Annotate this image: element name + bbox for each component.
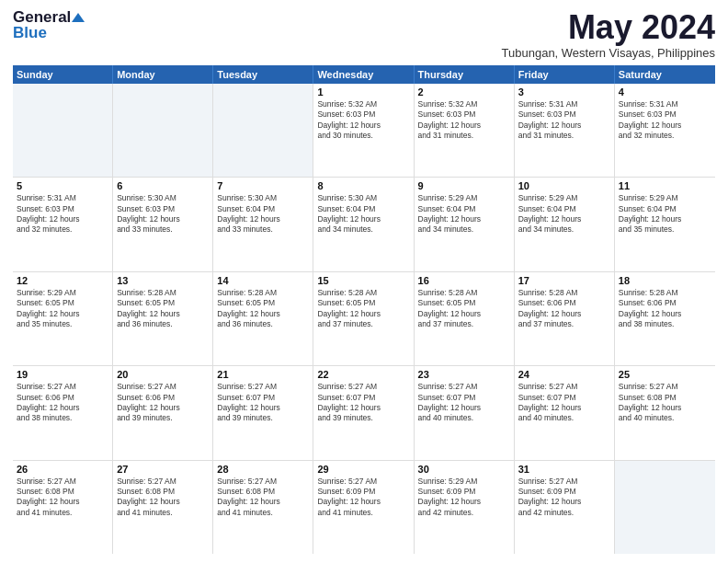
day-info: Sunrise: 5:27 AMSunset: 6:06 PMDaylight:… [117, 382, 209, 424]
day-info: Sunrise: 5:27 AMSunset: 6:07 PMDaylight:… [418, 382, 510, 424]
calendar-cell: 2Sunrise: 5:32 AMSunset: 6:03 PMDaylight… [415, 84, 515, 177]
day-number: 30 [418, 464, 510, 475]
header: General Blue May 2024 Tubungan, Western … [13, 9, 715, 60]
day-number: 7 [217, 180, 309, 191]
calendar-cell: 24Sunrise: 5:27 AMSunset: 6:07 PMDayligh… [515, 366, 615, 459]
calendar-cell: 15Sunrise: 5:28 AMSunset: 6:05 PMDayligh… [313, 272, 414, 365]
calendar-cell: 27Sunrise: 5:27 AMSunset: 6:08 PMDayligh… [113, 461, 213, 554]
day-number: 25 [619, 369, 711, 380]
calendar-cell: 7Sunrise: 5:30 AMSunset: 6:04 PMDaylight… [213, 178, 313, 270]
day-number: 14 [217, 275, 309, 286]
logo-blue: Blue [13, 25, 47, 40]
calendar-cell: 30Sunrise: 5:29 AMSunset: 6:09 PMDayligh… [415, 461, 515, 554]
calendar-cell: 23Sunrise: 5:27 AMSunset: 6:07 PMDayligh… [415, 366, 515, 459]
day-number: 4 [619, 86, 711, 98]
day-number: 3 [518, 86, 610, 98]
calendar-cell: 17Sunrise: 5:28 AMSunset: 6:06 PMDayligh… [515, 272, 615, 365]
calendar-cell: 13Sunrise: 5:28 AMSunset: 6:05 PMDayligh… [113, 272, 213, 365]
day-number: 16 [418, 275, 510, 286]
day-number: 8 [317, 180, 409, 191]
day-info: Sunrise: 5:31 AMSunset: 6:03 PMDaylight:… [619, 99, 711, 142]
calendar-header: SundayMondayTuesdayWednesdayThursdayFrid… [13, 65, 715, 84]
day-number: 27 [117, 464, 209, 475]
day-number: 26 [17, 464, 108, 475]
calendar-cell: 18Sunrise: 5:28 AMSunset: 6:06 PMDayligh… [615, 272, 715, 365]
day-info: Sunrise: 5:28 AMSunset: 6:06 PMDaylight:… [619, 288, 711, 330]
calendar-cell: 11Sunrise: 5:29 AMSunset: 6:04 PMDayligh… [615, 178, 715, 270]
day-number: 6 [117, 180, 209, 191]
day-info: Sunrise: 5:27 AMSunset: 6:07 PMDaylight:… [518, 382, 610, 424]
calendar-cell: 28Sunrise: 5:27 AMSunset: 6:08 PMDayligh… [213, 461, 313, 554]
day-info: Sunrise: 5:32 AMSunset: 6:03 PMDaylight:… [418, 99, 510, 142]
day-number: 23 [418, 369, 510, 380]
header-day-monday: Monday [113, 65, 213, 84]
day-number: 28 [217, 464, 309, 475]
calendar-cell: 12Sunrise: 5:29 AMSunset: 6:05 PMDayligh… [13, 272, 113, 365]
day-number: 31 [518, 464, 610, 475]
title-block: May 2024 Tubungan, Western Visayas, Phil… [502, 9, 715, 60]
calendar-cell: 14Sunrise: 5:28 AMSunset: 6:05 PMDayligh… [213, 272, 313, 365]
calendar-row-3: 12Sunrise: 5:29 AMSunset: 6:05 PMDayligh… [13, 272, 715, 366]
day-info: Sunrise: 5:27 AMSunset: 6:09 PMDaylight:… [518, 477, 610, 519]
calendar-cell [615, 461, 715, 554]
calendar-cell: 8Sunrise: 5:30 AMSunset: 6:04 PMDaylight… [313, 178, 414, 270]
header-day-saturday: Saturday [615, 65, 715, 84]
calendar-cell: 6Sunrise: 5:30 AMSunset: 6:03 PMDaylight… [113, 178, 213, 270]
calendar-cell [113, 84, 213, 177]
day-number: 24 [518, 369, 610, 380]
header-day-thursday: Thursday [415, 65, 515, 84]
day-number: 11 [619, 180, 711, 191]
day-number: 5 [17, 180, 108, 191]
day-info: Sunrise: 5:31 AMSunset: 6:03 PMDaylight:… [518, 99, 610, 142]
day-number: 19 [17, 369, 108, 380]
calendar-cell: 19Sunrise: 5:27 AMSunset: 6:06 PMDayligh… [13, 366, 113, 459]
day-number: 1 [317, 86, 409, 98]
calendar-cell [13, 84, 113, 177]
day-info: Sunrise: 5:28 AMSunset: 6:05 PMDaylight:… [418, 288, 510, 330]
calendar-cell: 29Sunrise: 5:27 AMSunset: 6:09 PMDayligh… [313, 461, 414, 554]
header-day-sunday: Sunday [13, 65, 113, 84]
day-info: Sunrise: 5:27 AMSunset: 6:08 PMDaylight:… [117, 477, 209, 519]
day-info: Sunrise: 5:27 AMSunset: 6:06 PMDaylight:… [17, 382, 108, 424]
calendar-cell: 31Sunrise: 5:27 AMSunset: 6:09 PMDayligh… [515, 461, 615, 554]
calendar-body: 1Sunrise: 5:32 AMSunset: 6:03 PMDaylight… [13, 84, 715, 554]
calendar: SundayMondayTuesdayWednesdayThursdayFrid… [13, 65, 715, 554]
calendar-row-2: 5Sunrise: 5:31 AMSunset: 6:03 PMDaylight… [13, 178, 715, 271]
day-info: Sunrise: 5:27 AMSunset: 6:09 PMDaylight:… [317, 477, 409, 519]
logo-icon [72, 11, 85, 24]
calendar-cell [213, 84, 313, 177]
day-number: 29 [317, 464, 409, 475]
header-day-wednesday: Wednesday [313, 65, 414, 84]
calendar-cell: 22Sunrise: 5:27 AMSunset: 6:07 PMDayligh… [313, 366, 414, 459]
day-number: 15 [317, 275, 409, 286]
day-number: 2 [418, 86, 510, 98]
day-info: Sunrise: 5:28 AMSunset: 6:05 PMDaylight:… [217, 288, 309, 330]
title-location: Tubungan, Western Visayas, Philippines [502, 46, 715, 60]
day-info: Sunrise: 5:27 AMSunset: 6:08 PMDaylight:… [217, 477, 309, 519]
day-number: 17 [518, 275, 610, 286]
calendar-row-5: 26Sunrise: 5:27 AMSunset: 6:08 PMDayligh… [13, 461, 715, 554]
calendar-cell: 4Sunrise: 5:31 AMSunset: 6:03 PMDaylight… [615, 84, 715, 177]
calendar-cell: 9Sunrise: 5:29 AMSunset: 6:04 PMDaylight… [415, 178, 515, 270]
day-number: 10 [518, 180, 610, 191]
header-day-tuesday: Tuesday [213, 65, 313, 84]
day-info: Sunrise: 5:29 AMSunset: 6:04 PMDaylight:… [518, 193, 610, 236]
calendar-cell: 1Sunrise: 5:32 AMSunset: 6:03 PMDaylight… [313, 84, 414, 177]
calendar-cell: 10Sunrise: 5:29 AMSunset: 6:04 PMDayligh… [515, 178, 615, 270]
header-day-friday: Friday [515, 65, 615, 84]
logo: General Blue [13, 9, 85, 40]
day-number: 13 [117, 275, 209, 286]
logo-text: General [13, 9, 85, 25]
svg-marker-0 [72, 13, 85, 22]
day-info: Sunrise: 5:32 AMSunset: 6:03 PMDaylight:… [317, 99, 409, 142]
day-info: Sunrise: 5:27 AMSunset: 6:07 PMDaylight:… [317, 382, 409, 424]
day-number: 9 [418, 180, 510, 191]
day-info: Sunrise: 5:27 AMSunset: 6:08 PMDaylight:… [619, 382, 711, 424]
calendar-cell: 26Sunrise: 5:27 AMSunset: 6:08 PMDayligh… [13, 461, 113, 554]
calendar-cell: 5Sunrise: 5:31 AMSunset: 6:03 PMDaylight… [13, 178, 113, 270]
day-info: Sunrise: 5:28 AMSunset: 6:05 PMDaylight:… [117, 288, 209, 330]
calendar-cell: 3Sunrise: 5:31 AMSunset: 6:03 PMDaylight… [515, 84, 615, 177]
calendar-row-1: 1Sunrise: 5:32 AMSunset: 6:03 PMDaylight… [13, 84, 715, 178]
page: General Blue May 2024 Tubungan, Western … [0, 0, 728, 563]
title-month: May 2024 [502, 9, 715, 46]
